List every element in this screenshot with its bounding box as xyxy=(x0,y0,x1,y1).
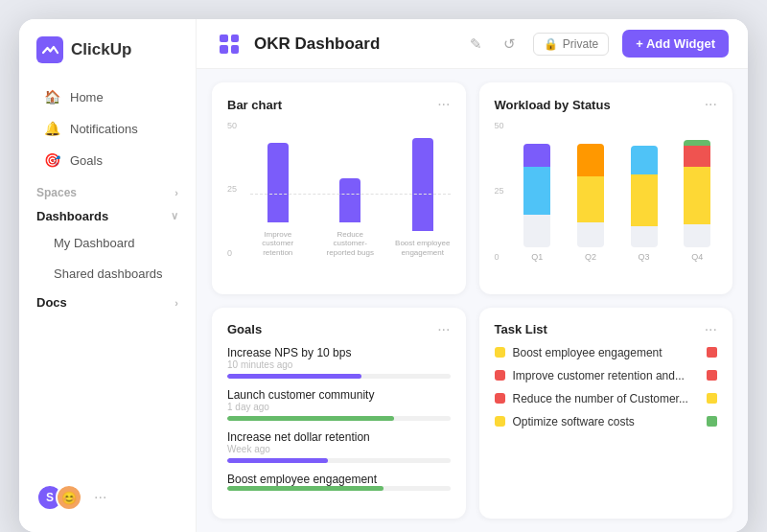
goal-bar-bg xyxy=(227,458,451,463)
goal-bar-bg xyxy=(227,374,451,379)
goal-name: Launch customer community xyxy=(227,388,451,402)
app-name: ClickUp xyxy=(71,40,131,59)
lock-icon: 🔒 xyxy=(544,37,558,51)
private-button[interactable]: 🔒 Private xyxy=(533,33,609,56)
stacked-bar-group: Q1 xyxy=(518,144,558,262)
goal-item: Increase NPS by 10 bps10 minutes ago xyxy=(227,346,451,379)
stacked-bar-group: Q2 xyxy=(570,144,611,262)
bar-group: Reduce customer- reported bugs xyxy=(323,178,379,258)
dashboard-grid-icon xyxy=(216,31,243,58)
bar-chart-card: Bar chart ··· 0 25 50 Improve customer r… xyxy=(212,82,466,294)
task-list-title: Task List xyxy=(495,322,547,336)
task-dot xyxy=(495,416,505,427)
goal-item: Increase net dollar retentionWeek ago xyxy=(227,430,451,463)
workload-chart-more-button[interactable]: ··· xyxy=(705,96,717,113)
bar-chart-title: Bar chart xyxy=(227,98,282,112)
edit-icon-button[interactable]: ✎ xyxy=(466,32,486,57)
workload-chart-header: Workload by Status ··· xyxy=(495,96,718,113)
bar-chart-area: 0 25 50 Improve customer retentionReduce… xyxy=(227,121,451,285)
stacked-bar xyxy=(631,146,658,247)
chevron-down-icon: ∨ xyxy=(171,210,178,222)
sidebar-item-notifications[interactable]: 🔔 Notifications xyxy=(27,113,188,144)
goal-time: Week ago xyxy=(227,444,451,454)
workload-chart-card: Workload by Status ··· 0 25 50 Q1Q2Q3Q4 xyxy=(479,82,733,294)
task-item: Reduce the number of Customer... xyxy=(495,392,718,405)
sidebar-item-my-dashboard[interactable]: My Dashboard xyxy=(27,228,188,258)
task-name: Reduce the number of Customer... xyxy=(513,392,700,405)
goal-bar-bg xyxy=(227,416,451,421)
task-list-header: Task List ··· xyxy=(495,321,718,338)
page-title: OKR Dashboard xyxy=(254,35,380,54)
goal-time: 1 day ago xyxy=(227,402,451,412)
task-name: Optimize software costs xyxy=(513,415,700,428)
goal-item: Boost employee engagement xyxy=(227,473,451,491)
task-name: Improve customer retention and... xyxy=(513,369,700,382)
task-flag xyxy=(707,416,717,427)
sidebar-item-shared-dashboards[interactable]: Shared dashboards xyxy=(27,259,188,289)
stacked-bar-group: Q4 xyxy=(677,140,717,262)
task-list: Boost employee engagementImprove custome… xyxy=(495,346,718,510)
goal-name: Increase NPS by 10 bps xyxy=(227,346,451,359)
goal-time: 10 minutes ago xyxy=(227,359,451,370)
bar-segment xyxy=(267,143,289,222)
bar-segment xyxy=(412,138,433,231)
bar-chart-header: Bar chart ··· xyxy=(227,96,451,113)
dashed-line xyxy=(250,194,451,195)
sidebar-item-home[interactable]: 🏠 Home xyxy=(27,81,188,112)
sidebar: ClickUp 🏠 Home 🔔 Notifications 🎯 Goals S… xyxy=(19,19,197,532)
main-content: OKR Dashboard ✎ ↺ 🔒 Private + Add Widget… xyxy=(197,19,748,532)
docs-section: Docs › xyxy=(19,289,196,313)
goals-list: Increase NPS by 10 bps10 minutes agoLaun… xyxy=(227,346,451,510)
chevron-right-icon: › xyxy=(174,187,178,198)
stacked-bar-group: Q3 xyxy=(624,146,664,262)
refresh-icon-button[interactable]: ↺ xyxy=(500,32,520,57)
bar-label: Boost employee engagement xyxy=(395,239,450,257)
sidebar-footer: S 😊 ··· xyxy=(19,474,196,520)
bar-group: Improve customer retention xyxy=(250,143,306,258)
stacked-bar-label: Q3 xyxy=(639,252,650,262)
stacked-segment xyxy=(523,144,550,167)
task-dot xyxy=(495,370,505,381)
logo-area: ClickUp xyxy=(19,36,196,81)
goals-more-button[interactable]: ··· xyxy=(437,321,450,338)
stacked-bar xyxy=(684,140,710,247)
task-name: Boost employee engagement xyxy=(513,346,700,359)
bar-chart-more-button[interactable]: ··· xyxy=(437,96,450,113)
stacked-segment xyxy=(684,146,710,167)
goal-bar-bg xyxy=(227,486,451,491)
goal-name: Boost employee engagement xyxy=(227,473,451,486)
stacked-segment xyxy=(684,167,710,224)
footer-more-dots[interactable]: ··· xyxy=(94,489,106,506)
goals-icon: 🎯 xyxy=(44,152,60,168)
bar-label: Reduce customer- reported bugs xyxy=(323,230,379,258)
stacked-segment xyxy=(631,146,658,174)
stacked-segment xyxy=(523,167,550,215)
private-label: Private xyxy=(563,37,598,51)
bell-icon: 🔔 xyxy=(44,121,60,136)
sidebar-nav: 🏠 Home 🔔 Notifications 🎯 Goals Spaces › … xyxy=(19,81,196,474)
avatar-img: 😊 xyxy=(56,484,82,511)
dashboards-section: Dashboards ∨ xyxy=(19,203,196,227)
task-dot xyxy=(495,393,505,404)
spaces-section: Spaces › xyxy=(19,176,196,203)
goals-title: Goals xyxy=(227,322,262,336)
goal-name: Increase net dollar retention xyxy=(227,430,451,444)
task-item: Improve customer retention and... xyxy=(495,369,718,382)
workload-chart-area: 0 25 50 Q1Q2Q3Q4 xyxy=(495,121,718,285)
stacked-bar xyxy=(523,144,550,247)
task-item: Boost employee engagement xyxy=(495,346,718,359)
sidebar-item-goals-label: Goals xyxy=(70,153,103,168)
clickup-logo-icon xyxy=(36,36,63,63)
goal-bar-fill xyxy=(227,486,384,491)
stacked-bar-label: Q4 xyxy=(691,252,703,262)
add-widget-button[interactable]: + Add Widget xyxy=(622,30,729,58)
stacked-segment xyxy=(577,176,604,222)
stacked-bar-label: Q1 xyxy=(531,252,543,262)
sidebar-item-goals[interactable]: 🎯 Goals xyxy=(27,145,188,175)
goal-item: Launch customer community1 day ago xyxy=(227,388,451,421)
stacked-segment xyxy=(577,222,604,247)
stacked-segment xyxy=(523,215,550,247)
workload-chart-title: Workload by Status xyxy=(495,98,611,112)
task-list-more-button[interactable]: ··· xyxy=(705,321,717,338)
bar-chart-inner: 0 25 50 Improve customer retentionReduce… xyxy=(227,121,451,285)
